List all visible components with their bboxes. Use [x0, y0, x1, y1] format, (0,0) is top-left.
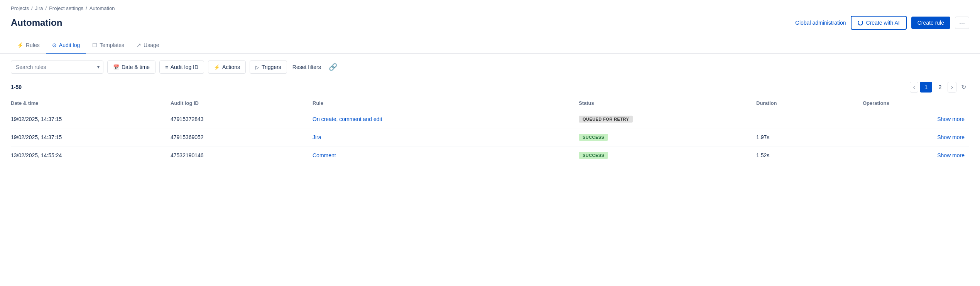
more-options-button[interactable]: ···: [955, 17, 969, 29]
tab-usage[interactable]: ↗ Usage: [130, 37, 165, 54]
cell-status-2: SUCCESS: [579, 146, 756, 165]
col-header-auditid: Audit log ID: [171, 96, 313, 110]
rule-link-1[interactable]: Jira: [313, 134, 321, 140]
col-header-operations: Operations: [863, 96, 969, 110]
filter-bar: Search rules ▾ 📅 Date & time ≡ Audit log…: [0, 54, 980, 78]
cell-ops-2: Show more: [863, 146, 969, 165]
audit-log-table: Date & time Audit log ID Rule Status Dur…: [11, 96, 969, 164]
cell-duration-2: 1.52s: [756, 146, 863, 165]
table-row: 19/02/2025, 14:37:15 47915372843 On crea…: [11, 110, 969, 128]
calendar-icon: 📅: [113, 64, 119, 70]
lightning-icon: ⚡: [17, 42, 24, 48]
breadcrumb-projects[interactable]: Projects: [11, 5, 29, 11]
cell-datetime-1: 19/02/2025, 14:37:15: [11, 128, 171, 146]
table-row: 13/02/2025, 14:55:24 47532190146 Comment…: [11, 146, 969, 165]
tab-templates[interactable]: ☐ Templates: [86, 37, 130, 54]
breadcrumb: Projects / Jira / Project settings / Aut…: [0, 0, 980, 14]
breadcrumb-jira[interactable]: Jira: [35, 5, 43, 11]
global-admin-link[interactable]: Global administration: [795, 20, 846, 26]
tabs-nav: ⚡ Rules ⊙ Audit log ☐ Templates ↗ Usage: [0, 37, 980, 54]
tab-audit-log[interactable]: ⊙ Audit log: [46, 37, 86, 54]
table-area: 1-50 ‹ 1 2 › ↻ Date & time Audit log ID …: [0, 78, 980, 164]
cell-duration-0: [756, 110, 863, 128]
show-more-link-0[interactable]: Show more: [937, 116, 965, 122]
list-icon: ≡: [165, 64, 168, 70]
breadcrumb-project-settings[interactable]: Project settings: [49, 5, 83, 11]
cell-datetime-0: 19/02/2025, 14:37:15: [11, 110, 171, 128]
triggers-filter-button[interactable]: ▷ Triggers: [250, 61, 287, 74]
document-icon: ☐: [92, 42, 97, 48]
col-header-duration: Duration: [756, 96, 863, 110]
status-badge-0: QUEUED FOR RETRY: [579, 116, 633, 123]
rule-link-0[interactable]: On create, comment and edit: [313, 116, 382, 122]
pagination-next-button[interactable]: ›: [948, 82, 956, 93]
col-header-rule: Rule: [313, 96, 579, 110]
page-header: Automation Global administration Create …: [0, 14, 980, 37]
cell-ops-0: Show more: [863, 110, 969, 128]
pagination: ‹ 1 2 › ↻: [910, 81, 969, 93]
cell-ops-1: Show more: [863, 128, 969, 146]
show-more-link-1[interactable]: Show more: [937, 134, 965, 140]
cell-auditid-0: 47915372843: [171, 110, 313, 128]
page-title: Automation: [11, 17, 62, 28]
col-header-datetime: Date & time: [11, 96, 171, 110]
table-row: 19/02/2025, 14:37:15 47915369052 Jira SU…: [11, 128, 969, 146]
create-rule-button[interactable]: Create rule: [911, 17, 950, 29]
play-icon: ▷: [255, 64, 259, 70]
search-rules-wrapper: Search rules ▾: [11, 61, 103, 74]
copy-link-icon[interactable]: 🔗: [326, 61, 340, 74]
audit-log-id-filter-button[interactable]: ≡ Audit log ID: [159, 61, 204, 74]
cell-auditid-2: 47532190146: [171, 146, 313, 165]
ai-spinner-icon: [858, 20, 863, 25]
breadcrumb-current: Automation: [90, 5, 115, 11]
cell-rule-1: Jira: [313, 128, 579, 146]
header-actions: Global administration Create with AI Cre…: [795, 16, 969, 30]
chart-icon: ↗: [137, 42, 141, 48]
col-header-status: Status: [579, 96, 756, 110]
pagination-page-2[interactable]: 2: [934, 82, 946, 93]
actions-filter-button[interactable]: ⚡ Actions: [208, 61, 246, 74]
table-count: 1-50: [11, 84, 22, 90]
tab-rules[interactable]: ⚡ Rules: [11, 37, 46, 54]
cell-auditid-1: 47915369052: [171, 128, 313, 146]
lightning-small-icon: ⚡: [214, 64, 220, 70]
status-badge-1: SUCCESS: [579, 134, 608, 141]
cell-datetime-2: 13/02/2025, 14:55:24: [11, 146, 171, 165]
cell-duration-1: 1.97s: [756, 128, 863, 146]
cell-rule-0: On create, comment and edit: [313, 110, 579, 128]
cell-rule-2: Comment: [313, 146, 579, 165]
refresh-button[interactable]: ↻: [958, 81, 969, 93]
table-meta: 1-50 ‹ 1 2 › ↻: [11, 78, 969, 96]
show-more-link-2[interactable]: Show more: [937, 152, 965, 158]
reset-filters-button[interactable]: Reset filters: [291, 61, 323, 73]
cell-status-0: QUEUED FOR RETRY: [579, 110, 756, 128]
pagination-page-1[interactable]: 1: [920, 82, 932, 93]
status-badge-2: SUCCESS: [579, 152, 608, 159]
search-rules-select[interactable]: Search rules: [11, 61, 103, 74]
date-time-filter-button[interactable]: 📅 Date & time: [107, 61, 155, 74]
check-circle-icon: ⊙: [52, 42, 57, 48]
pagination-prev-button[interactable]: ‹: [910, 82, 919, 93]
rule-link-2[interactable]: Comment: [313, 152, 336, 158]
cell-status-1: SUCCESS: [579, 128, 756, 146]
create-with-ai-button[interactable]: Create with AI: [851, 16, 907, 30]
